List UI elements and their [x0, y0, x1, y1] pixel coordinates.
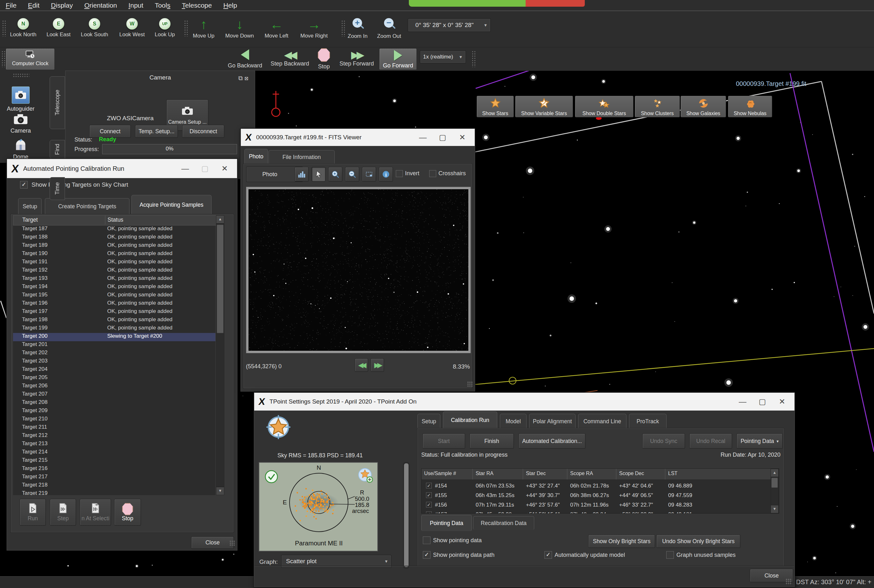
close-panel-icon[interactable]: ⊠ — [245, 75, 251, 81]
disconnect-button[interactable]: Disconnect — [182, 125, 224, 138]
table-row[interactable]: Target 218 — [13, 482, 215, 490]
tab-calibration-run[interactable]: Calibration Run — [443, 411, 497, 429]
used-checkbox[interactable]: ✓ — [426, 483, 432, 489]
go-forward-button[interactable]: Go Forward — [379, 48, 417, 70]
float-panel-icon[interactable]: ⧉ — [238, 75, 245, 81]
menu-item-edit[interactable]: Edit — [22, 2, 45, 9]
table-row[interactable]: ✓#15707h 45m 52.30s+51° 50' 15.1"07h 40m… — [422, 510, 772, 514]
column-header-target[interactable]: Target — [22, 217, 38, 223]
resize-grip[interactable] — [785, 579, 792, 585]
column-header-status[interactable]: Status — [108, 217, 123, 223]
move-button-up[interactable]: ↑ Move Up — [184, 18, 223, 39]
pointing-targets-table[interactable]: Target 187 OK, pointing sample addedTarg… — [13, 225, 215, 495]
fits-image[interactable] — [248, 189, 469, 351]
table-row[interactable]: Target 216 — [13, 465, 215, 474]
table-row[interactable]: Target 205 — [13, 374, 215, 382]
table-row[interactable]: Target 199 OK, pointing sample added — [13, 325, 215, 333]
menu-item-display[interactable]: Display — [45, 2, 79, 9]
table-row[interactable]: ✓#15406h 07m 23.53s+43° 32' 27.4"06h 02m… — [422, 482, 772, 491]
computer-clock-button[interactable]: Computer Clock — [6, 48, 55, 70]
show-pointing-data-path-checkbox[interactable]: ✓ — [423, 551, 431, 559]
used-checkbox[interactable]: ✓ — [426, 502, 432, 507]
show-pointing-data-checkbox[interactable] — [423, 537, 431, 544]
menu-item-input[interactable]: Input — [123, 2, 149, 9]
start-button[interactable]: Start — [422, 434, 465, 449]
table-row[interactable]: Target 196 OK, pointing sample added — [13, 300, 215, 308]
table-row[interactable]: Target 212 — [13, 432, 215, 441]
go-backward-button[interactable]: Go Backward — [227, 49, 263, 69]
window-titlebar[interactable]: X TPoint Settings Sept 2019 - April 2020… — [254, 393, 794, 411]
scroll-up-button[interactable]: ▲ — [770, 469, 779, 477]
zoom-out-button[interactable]: − Zoom Out — [372, 18, 407, 39]
show-button-show-double-stars[interactable]: Show Double Stars — [575, 96, 634, 117]
column-header[interactable]: Use/Sample # — [424, 471, 456, 476]
table-row[interactable]: Target 209 — [13, 407, 215, 416]
sidebar-item-autoguider[interactable]: Autoguider — [0, 87, 41, 112]
tab-time[interactable]: Time — [50, 177, 65, 200]
table-row[interactable]: Target 197 OK, pointing sample added — [13, 308, 215, 316]
panel-grip[interactable] — [13, 73, 29, 78]
table-row[interactable]: Target 207 — [13, 391, 215, 399]
table-row[interactable]: ✓#15607h 17m 29.11s+46° 23' 57.6"07h 12m… — [422, 501, 772, 510]
table-row[interactable]: Target 203 — [13, 358, 215, 366]
column-header[interactable]: LST — [668, 471, 677, 476]
table-row[interactable]: Target 211 — [13, 424, 215, 432]
panel-scrollbar[interactable] — [403, 462, 410, 568]
zoom-in-button[interactable]: + Zoom In — [340, 18, 375, 39]
tab-find[interactable]: Find — [50, 140, 65, 159]
finish-button[interactable]: Finish — [470, 434, 514, 449]
previous-image-button[interactable]: ◀◀ — [355, 358, 368, 372]
look-button-n[interactable]: N Look North — [3, 18, 43, 38]
show-button-show-nebulas[interactable]: Show Nebulas — [728, 96, 772, 117]
minimize-button[interactable]: — — [733, 397, 752, 406]
table-row[interactable]: Target 206 — [13, 382, 215, 391]
look-button-s[interactable]: S Look South — [75, 18, 114, 38]
look-button-e[interactable]: E Look East — [39, 18, 78, 38]
show-targets-checkbox[interactable]: ✓ — [20, 181, 28, 189]
step-forward-button[interactable]: ▶▶ Step Forward — [336, 49, 377, 67]
sidebar-item-camera[interactable]: Camera — [0, 112, 41, 134]
move-button-down[interactable]: ↓ Move Down — [220, 18, 259, 39]
close-button[interactable]: ✕ — [452, 133, 472, 142]
show-button-show-variable-stars[interactable]: Show Variable Stars — [515, 96, 573, 117]
table-row[interactable]: Target 214 — [13, 449, 215, 457]
table-row[interactable]: Target 204 — [13, 366, 215, 374]
table-row[interactable]: Target 190 OK, pointing sample added — [13, 250, 215, 258]
stop-time-button[interactable]: Stop — [313, 48, 334, 70]
time-rate-combo[interactable]: 1x (realtime) ▾ — [420, 51, 466, 63]
automated-calibration-button[interactable]: Automated Calibration... — [519, 434, 586, 449]
table-row[interactable]: ✓#15506h 43m 15.25s+44° 39' 30.7"06h 38m… — [422, 491, 772, 501]
tab-model[interactable]: Model — [500, 414, 527, 429]
tab-telescope[interactable]: Telescope — [50, 76, 65, 129]
move-button-left[interactable]: ← Move Left — [257, 18, 296, 39]
table-row[interactable]: Target 193 OK, pointing sample added — [13, 275, 215, 284]
pointing-samples-table[interactable]: Use/Sample #Star RAStar DecScope RAScope… — [421, 468, 779, 514]
tab-polar-alignment[interactable]: Polar Alignment — [529, 414, 575, 429]
crosshairs-checkbox[interactable] — [429, 170, 436, 177]
show-button-show-clusters[interactable]: Show Clusters — [635, 96, 680, 117]
maximize-button[interactable]: ▢ — [752, 397, 772, 406]
run-at-selection-button[interactable]: n At Selecti — [80, 499, 111, 526]
temp-setup-button[interactable]: Temp. Setup... — [135, 125, 178, 138]
tab-file-information[interactable]: File Information — [269, 150, 335, 164]
show-button-show-galaxies[interactable]: Show Galaxies — [680, 96, 726, 117]
close-button[interactable]: ✕ — [215, 164, 234, 173]
menu-item-tools[interactable]: Tools — [149, 2, 176, 9]
table-row[interactable]: Target 187 OK, pointing sample added — [13, 225, 215, 234]
tab-command-line[interactable]: Command Line — [578, 414, 626, 429]
resize-grip[interactable] — [467, 381, 473, 387]
table-row[interactable]: Target 191 OK, pointing sample added — [13, 258, 215, 267]
table-row[interactable]: Target 201 — [13, 341, 215, 350]
show-only-bright-stars-button[interactable]: Show Only Bright Stars — [588, 535, 655, 548]
show-button-show-stars[interactable]: Show Stars — [477, 96, 514, 117]
table-row[interactable]: Target 188 OK, pointing sample added — [13, 234, 215, 242]
pointer-tool-button[interactable] — [311, 167, 326, 182]
scrollbar-track[interactable] — [770, 477, 779, 506]
undo-recal-button[interactable]: Undo Recal — [689, 434, 732, 449]
table-row[interactable]: Target 219 — [13, 490, 215, 495]
menu-item-file[interactable]: File — [0, 2, 22, 9]
scroll-down-button[interactable]: ▼ — [216, 487, 224, 495]
column-header[interactable]: Star Dec — [526, 471, 546, 476]
table-row[interactable]: Target 213 — [13, 441, 215, 449]
step-backward-button[interactable]: ◀◀ Step Backward — [269, 49, 311, 67]
